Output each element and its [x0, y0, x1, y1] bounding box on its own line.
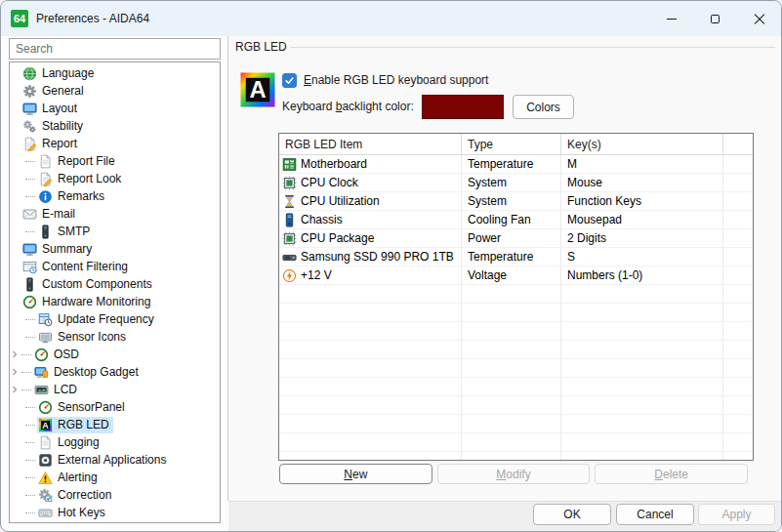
cell-empty — [462, 396, 561, 415]
sidebar-item-alerting[interactable]: Alerting — [10, 469, 220, 486]
sidebar-item-hardware-monitoring[interactable]: Hardware Monitoring — [10, 293, 220, 310]
table-row-chassis[interactable]: ChassisCooling FanMousepad — [279, 211, 753, 229]
groupbox-title: RGB LED — [235, 40, 287, 54]
chip-icon — [282, 231, 297, 246]
table-row-cpu-clock[interactable]: CPU ClockSystemMouse — [279, 174, 753, 192]
cell-keys: Numbers (1-0) — [561, 266, 723, 285]
cell-empty — [462, 452, 561, 461]
tree-connector-line — [21, 389, 31, 390]
backlight-color-swatch[interactable] — [422, 95, 504, 119]
sidebar-item-label: Correction — [58, 488, 111, 502]
content-filter-icon — [22, 260, 37, 274]
cell-item: Samsung SSD 990 PRO 1TB — [279, 248, 462, 266]
sidebar-item-stability[interactable]: Stability — [10, 117, 220, 135]
sidebar-item-general[interactable]: General — [10, 82, 220, 100]
modify-button[interactable]: Modify — [437, 464, 591, 484]
enable-rgb-checkbox[interactable] — [282, 73, 297, 88]
ssd-icon — [282, 250, 297, 265]
cell-empty — [723, 285, 753, 304]
sidebar-item-smtp[interactable]: SMTP — [10, 223, 220, 240]
titlebar[interactable]: 64 Preferences - AIDA64 — [1, 1, 781, 36]
cell-type: System — [462, 192, 561, 211]
sidebar-item-lcd[interactable]: LCD — [10, 381, 220, 398]
hourglass-icon — [282, 194, 297, 209]
new-button[interactable]: New — [279, 464, 432, 484]
table-row-motherboard[interactable]: MotherboardTemperatureM — [279, 155, 753, 174]
sidebar-item-layout[interactable]: Layout — [10, 100, 220, 117]
external-apps-icon — [38, 453, 53, 468]
sidebar-item-osd[interactable]: OSD — [10, 346, 220, 363]
sidebar-item-label: General — [42, 84, 84, 98]
column-header-blank[interactable] — [723, 134, 753, 154]
search-input[interactable] — [9, 38, 221, 60]
table-action-buttons: NewModifyDelete — [279, 464, 748, 484]
tree-connector-line — [21, 354, 31, 355]
close-button[interactable] — [737, 1, 781, 36]
monitor-icon — [22, 242, 37, 257]
cell-type: Cooling Fan — [462, 211, 561, 229]
sidebar-item-label: OSD — [54, 348, 79, 361]
sidebar-item-label: Report — [42, 137, 77, 150]
doc-icon — [38, 154, 53, 169]
sidebar-item-logging[interactable]: Logging — [10, 433, 220, 451]
apply-button[interactable]: Apply — [698, 504, 775, 525]
sidebar-item-sensorpanel[interactable]: SensorPanel — [10, 398, 220, 416]
chevron-right-icon[interactable] — [10, 368, 20, 376]
sidebar-item-label: LCD — [54, 383, 77, 396]
sidebar-item-label: RGB LED — [58, 418, 109, 431]
gear-check-icon — [38, 488, 53, 503]
sidebar-item-desktop-gadget[interactable]: Desktop Gadget — [10, 363, 220, 381]
sidebar-item-label: Hardware Monitoring — [42, 295, 150, 308]
cell-empty — [279, 341, 462, 359]
cell-type: Temperature — [462, 155, 561, 174]
sidebar-item-language[interactable]: Language — [10, 64, 220, 82]
table-row-cpu-utilization[interactable]: CPU UtilizationSystemFunction Keys — [279, 192, 753, 211]
colors-button[interactable]: Colors — [513, 95, 574, 119]
chevron-right-icon[interactable] — [10, 350, 20, 358]
table-row-empty — [279, 415, 753, 433]
rgb-led-logo-icon: A — [238, 70, 277, 109]
sidebar-item-label: Language — [42, 66, 94, 80]
chevron-right-icon[interactable] — [10, 386, 20, 393]
cell-empty — [561, 396, 723, 415]
sidebar-item-custom-components[interactable]: Custom Components — [10, 275, 220, 293]
ok-button[interactable]: OK — [533, 504, 611, 525]
sidebar-item-label: Hot Keys — [58, 506, 105, 519]
tree-connector-line — [25, 425, 35, 426]
sidebar-item-label: Custom Components — [42, 277, 152, 291]
column-header-key-s[interactable]: Key(s) — [561, 134, 723, 154]
sidebar-item-report-look[interactable]: Report Look — [10, 170, 220, 187]
cell-empty — [723, 452, 753, 461]
sidebar-item-e-mail[interactable]: E-mail — [10, 205, 220, 223]
table-row-12-v[interactable]: +12 VVoltageNumbers (1-0) — [279, 266, 753, 285]
delete-button[interactable]: Delete — [595, 464, 748, 484]
sidebar-item-update-frequency[interactable]: Update Frequency — [10, 310, 220, 328]
sidebar-item-rgb-led[interactable]: ARGB LED — [10, 416, 220, 433]
column-header-type[interactable]: Type — [462, 134, 561, 154]
table-row-cpu-package[interactable]: CPU PackagePower2 Digits — [279, 229, 753, 248]
doc-icon — [38, 435, 53, 450]
cancel-button[interactable]: Cancel — [616, 504, 694, 525]
gear-icon — [22, 84, 37, 99]
column-header-rgb-led-item[interactable]: RGB LED Item — [279, 134, 462, 154]
maximize-button[interactable] — [693, 1, 737, 36]
sidebar-item-correction[interactable]: Correction — [10, 486, 220, 504]
sidebar-item-summary[interactable]: Summary — [10, 240, 220, 258]
cell-empty — [279, 304, 462, 322]
minimize-button[interactable] — [649, 1, 693, 36]
svg-text:A: A — [249, 76, 266, 102]
sidebar-item-sensor-icons[interactable]: Sensor Icons — [10, 328, 220, 346]
sidebar-item-content-filtering[interactable]: Content Filtering — [10, 258, 220, 275]
table-row-samsung-ssd-990-pro-1tb[interactable]: Samsung SSD 990 PRO 1TBTemperatureS — [279, 248, 753, 266]
sidebar-item-report[interactable]: Report — [10, 135, 220, 152]
keyboard-icon — [38, 506, 53, 520]
sidebar-item-external-applications[interactable]: External Applications — [10, 451, 220, 469]
cell-item: Motherboard — [279, 155, 462, 174]
cell-empty — [279, 433, 462, 452]
window-title: Preferences - AIDA64 — [36, 12, 149, 25]
tree-connector-line — [25, 460, 35, 461]
sidebar-item-report-file[interactable]: Report File — [10, 152, 220, 170]
sidebar-item-remarks[interactable]: Remarks — [10, 187, 220, 205]
sidebar-item-hot-keys[interactable]: Hot Keys — [10, 504, 220, 521]
tree-connector-line — [25, 495, 35, 496]
